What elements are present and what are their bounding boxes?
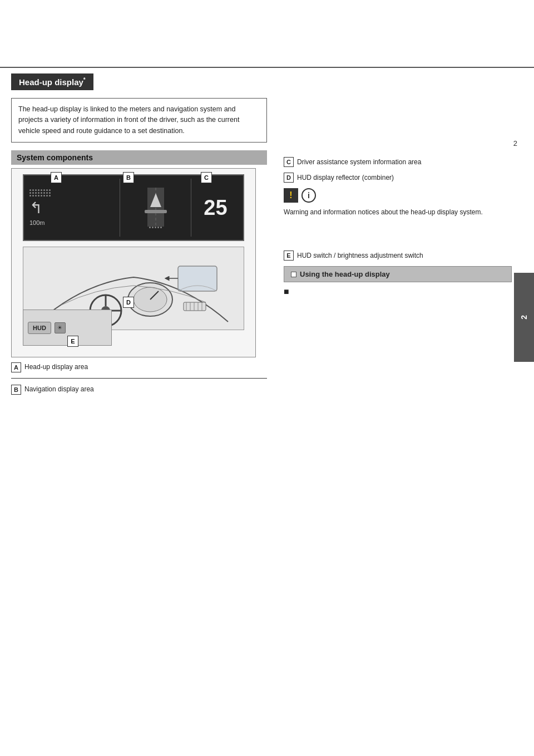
diagram-label-a: A — [51, 172, 62, 183]
page-number: 2 — [513, 139, 517, 148]
diagram-label-e: E — [67, 336, 78, 347]
label-b-block: B Navigation display area — [11, 384, 267, 395]
label-c-text: Driver assistance system information are… — [297, 157, 512, 167]
label-d-box: D — [284, 173, 294, 183]
label-d-text: HUD display reflector (combiner) — [297, 173, 512, 183]
turn-arrow-icon: ↰ — [29, 199, 42, 217]
section-tab: 2 — [514, 273, 534, 362]
label-c-block: C Driver assistance system information a… — [284, 157, 512, 167]
center-dots — [149, 227, 162, 228]
label-a-block: A Head-up display area — [11, 362, 267, 372]
right-column: C Driver assistance system information a… — [278, 73, 512, 400]
hud-brightness-icon[interactable]: ☀ — [55, 322, 66, 333]
svg-rect-3 — [145, 210, 167, 213]
divider-1 — [11, 378, 267, 379]
diagram-label-d: D — [123, 297, 134, 308]
section-title-box: Head-up display* — [11, 73, 93, 90]
label-e-box: E — [284, 251, 294, 261]
label-e-text: HUD switch / brightness adjustment switc… — [297, 251, 512, 261]
hud-button[interactable]: HUD — [28, 322, 51, 334]
system-components-title: System components — [17, 153, 93, 162]
warning-symbol: ! — [289, 190, 292, 200]
dot-grid-left — [29, 189, 51, 197]
title-superscript: * — [83, 77, 86, 83]
label-a-box: A — [11, 362, 21, 372]
lane-guide-svg — [139, 188, 172, 227]
svg-rect-13 — [178, 266, 217, 291]
label-a-text: Head-up display area — [24, 362, 267, 372]
system-components-header: System components — [11, 150, 267, 165]
hud-right-section: 25 — [191, 194, 240, 222]
hud-left-section: ↰ 100m — [27, 187, 120, 228]
diagram-label-b: B — [123, 172, 134, 183]
speed-display: 25 — [204, 196, 227, 220]
label-c-box: C — [284, 157, 294, 167]
warning-icons-row: ! i — [284, 188, 512, 203]
diagram-label-c: C — [201, 172, 212, 183]
diagram-container: ↰ 100m — [11, 168, 256, 357]
main-content: Head-up display* The head-up display is … — [0, 73, 534, 400]
hud-display-panel: ↰ 100m — [23, 174, 244, 241]
hud-center-section — [120, 179, 191, 237]
info-box: The head-up display is linked to the met… — [11, 98, 267, 143]
svg-rect-15 — [184, 302, 206, 311]
section-number: 2 — [520, 315, 528, 320]
warning-text: Warning and information notices about th… — [284, 207, 512, 217]
section-title-text: Head-up display — [19, 77, 83, 87]
info-icon: i — [301, 188, 316, 203]
label-d-block: D HUD display reflector (combiner) — [284, 173, 512, 183]
label-b-text: Navigation display area — [24, 384, 267, 394]
left-column: Head-up display* The head-up display is … — [11, 73, 278, 400]
info-symbol: i — [308, 191, 310, 200]
label-e-block: E HUD switch / brightness adjustment swi… — [284, 251, 512, 261]
label-b-box: B — [11, 385, 21, 395]
top-rule — [0, 67, 534, 68]
using-hud-box: Using the head-up display — [284, 266, 512, 282]
info-box-text: The head-up display is linked to the met… — [18, 105, 239, 135]
warning-icon: ! — [284, 188, 298, 203]
page-container: 2 2 Head-up display* The head-up display… — [0, 67, 534, 756]
using-hud-label: Using the head-up display — [300, 270, 390, 278]
section-bullet: ■ — [284, 287, 512, 297]
distance-display: 100m — [29, 219, 45, 226]
